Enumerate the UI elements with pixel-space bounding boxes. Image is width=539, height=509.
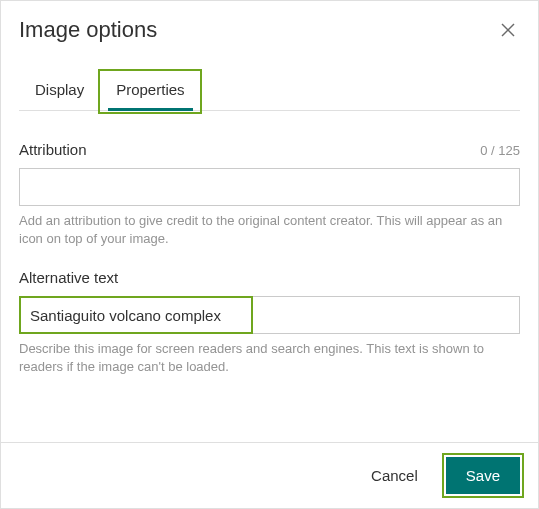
close-button[interactable] bbox=[496, 18, 520, 42]
dialog-footer: Cancel Save bbox=[1, 442, 538, 508]
dialog-header: Image options bbox=[19, 17, 520, 43]
attribution-counter: 0 / 125 bbox=[480, 143, 520, 158]
alt-text-input[interactable] bbox=[19, 296, 520, 334]
tab-label: Display bbox=[35, 81, 84, 98]
field-header: Alternative text bbox=[19, 269, 520, 286]
attribution-label: Attribution bbox=[19, 141, 87, 158]
tab-display[interactable]: Display bbox=[19, 71, 100, 110]
cancel-button[interactable]: Cancel bbox=[357, 457, 432, 494]
save-label: Save bbox=[466, 467, 500, 484]
save-button[interactable]: Save bbox=[446, 457, 520, 494]
alt-text-field: Alternative text Describe this image for… bbox=[19, 269, 520, 375]
dialog-content: Image options Display Properties Attribu… bbox=[1, 1, 538, 442]
cancel-label: Cancel bbox=[371, 467, 418, 484]
tab-properties[interactable]: Properties bbox=[100, 71, 200, 110]
field-header: Attribution 0 / 125 bbox=[19, 141, 520, 158]
alt-text-input-wrap bbox=[19, 296, 520, 334]
attribution-field: Attribution 0 / 125 Add an attribution t… bbox=[19, 141, 520, 247]
tab-bar: Display Properties bbox=[19, 71, 520, 111]
dialog-title: Image options bbox=[19, 17, 157, 43]
attribution-helper: Add an attribution to give credit to the… bbox=[19, 212, 520, 247]
save-button-wrap: Save bbox=[446, 457, 520, 494]
attribution-input[interactable] bbox=[19, 168, 520, 206]
tab-label: Properties bbox=[116, 81, 184, 98]
close-icon bbox=[500, 22, 516, 38]
alt-text-helper: Describe this image for screen readers a… bbox=[19, 340, 520, 375]
image-options-dialog: Image options Display Properties Attribu… bbox=[0, 0, 539, 509]
alt-text-label: Alternative text bbox=[19, 269, 118, 286]
